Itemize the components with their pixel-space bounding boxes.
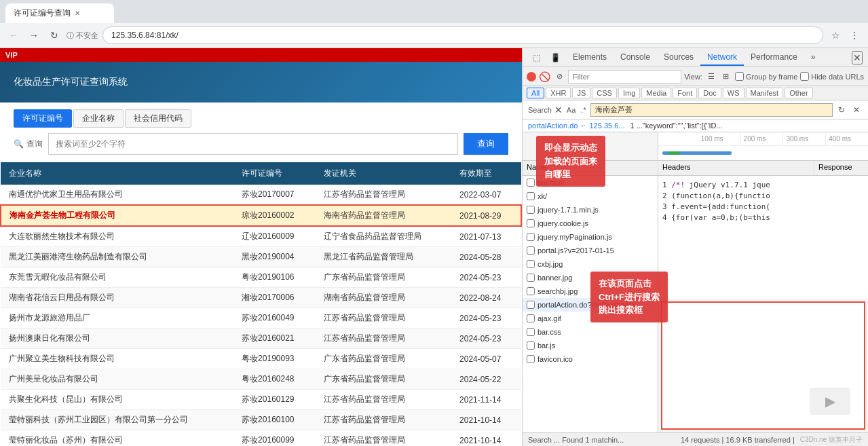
table-cell[interactable]: 广州聚立美生物科技有限公司 [1, 349, 233, 369]
table-row: 黑龙江美丽港湾生物药品制造有限公司黑妆20190004黑龙江省药品监督管理局20… [1, 247, 521, 267]
search-text-input[interactable] [590, 103, 833, 117]
tab-sources[interactable]: Sources [657, 50, 700, 66]
tab-close-btn[interactable]: ✕ [75, 10, 80, 17]
col-authority: 发证机关 [316, 162, 451, 185]
star-icon[interactable]: ☆ [827, 27, 844, 43]
reload-button[interactable]: ↻ [46, 27, 62, 43]
view-grid-btn[interactable]: ⊞ [720, 71, 732, 83]
devtools-inspect-btn[interactable]: ⬚ [528, 50, 544, 66]
group-by-frame-label[interactable]: Group by frame [735, 72, 797, 81]
filter-type-btn[interactable]: WS [723, 88, 744, 98]
col-header-headers: Headers [658, 161, 814, 175]
network-file-item[interactable]: cxbj.jpg [523, 257, 658, 271]
filter-type-btn[interactable]: All [527, 88, 544, 98]
browser-tab-active[interactable]: 许可证编号查询 ✕ [5, 3, 114, 23]
table-cell[interactable]: 扬州澳康日化有限公司 [1, 329, 233, 349]
annotation-1: 即会显示动态 加载的页面来 自哪里 [536, 136, 605, 187]
table-cell: 湘妆20170006 [233, 288, 316, 308]
table-cell[interactable]: 东莞雪无暇化妆品有限公司 [1, 267, 233, 288]
tick-100ms: 100 ms [698, 132, 740, 145]
network-file-item[interactable]: bar.js [523, 339, 658, 352]
file-checkbox[interactable] [527, 341, 535, 350]
waterfall-bars [658, 146, 868, 161]
network-file-item[interactable]: bar.css [523, 325, 658, 339]
file-checkbox[interactable] [527, 301, 535, 309]
tab-elements[interactable]: Elements [566, 50, 614, 66]
table-cell[interactable]: 广州美呈化妆品有限公司 [1, 369, 233, 390]
network-file-item[interactable]: xk/ [523, 189, 658, 203]
search-input[interactable] [48, 133, 458, 155]
file-checkbox[interactable] [527, 246, 535, 255]
network-file-item[interactable]: favicon.ico [523, 352, 658, 366]
clear-button[interactable]: 🚫 [539, 71, 550, 82]
search-case-close-btn[interactable]: ✕ [850, 104, 863, 116]
tab-more[interactable]: » [804, 50, 823, 66]
file-checkbox[interactable] [527, 233, 535, 241]
filter-type-btn[interactable]: Doc [698, 88, 721, 98]
search-close-btn[interactable]: ✕ [554, 105, 563, 115]
table-cell[interactable]: 莹特丽科技（苏州工业园区）有限公司第一分公司 [1, 410, 233, 430]
record-button[interactable] [527, 72, 536, 81]
search-bar-label: Search [528, 106, 552, 114]
file-checkbox[interactable] [527, 355, 535, 363]
file-checkbox[interactable] [527, 314, 535, 322]
network-file-item[interactable]: jquery-1.7.1.min.js [523, 203, 658, 217]
forward-button[interactable]: → [26, 27, 42, 43]
search-refresh-btn[interactable]: ↻ [835, 104, 848, 116]
hide-data-urls-checkbox[interactable] [800, 72, 809, 81]
search-tab-credit[interactable]: 社会信用代码 [125, 109, 191, 128]
devtools-content: 🚫 ⊘ View: ☰ ⊞ Group by frame Hide data U… [523, 67, 868, 446]
file-name: jquery-1.7.1.min.js [537, 206, 654, 214]
file-checkbox[interactable] [527, 260, 535, 268]
devtools-device-btn[interactable]: 📱 [547, 50, 563, 66]
file-checkbox[interactable] [527, 274, 535, 282]
table-cell[interactable]: 南通优护优家卫生用品有限公司 [1, 185, 233, 205]
filter-type-btn[interactable]: Font [673, 88, 697, 98]
tab-performance[interactable]: Performance [744, 50, 804, 66]
filter-type-btn[interactable]: Other [785, 88, 813, 98]
table-cell: 粤妆20190093 [233, 349, 316, 369]
table-cell[interactable]: 海南金芦荟生物工程有限公司 [1, 205, 233, 226]
tab-console[interactable]: Console [614, 50, 657, 66]
webpage: VIP 化妆品生产许可证查询系统 许可证编号 企业名称 社会信用代码 🔍 查询 [0, 48, 522, 446]
devtools-close-btn[interactable]: ✕ [852, 51, 863, 64]
filter-type-btn[interactable]: CSS [592, 88, 617, 98]
table-cell[interactable]: 湖南省花信云日用品有限公司 [1, 288, 233, 308]
portal-action-link[interactable]: portalAction.do ← 125.35.6... [528, 122, 624, 130]
filter-icon[interactable]: ⊘ [553, 71, 565, 83]
filter-type-btn[interactable]: JS [572, 88, 590, 98]
file-checkbox[interactable] [527, 287, 535, 295]
view-list-btn[interactable]: ☰ [705, 71, 717, 83]
filter-type-btn[interactable]: XHR [546, 88, 571, 98]
file-checkbox[interactable] [527, 206, 535, 214]
network-file-item[interactable]: portal.js?v=2017-01-15 [523, 244, 658, 257]
file-checkbox[interactable] [527, 219, 535, 227]
watermark: C3Dn.ne 脉英丰月子 [800, 435, 863, 445]
network-file-item[interactable]: jquery.myPagination.js [523, 230, 658, 244]
filter-type-btn[interactable]: Media [641, 88, 671, 98]
filter-input[interactable] [568, 70, 681, 83]
table-cell: 江苏省药品监督管理局 [316, 185, 451, 205]
table-cell[interactable]: 共聚生化科技（昆山）有限公司 [1, 390, 233, 410]
group-by-frame-checkbox[interactable] [735, 72, 744, 81]
table-cell[interactable]: 黑龙江美丽港湾生物药品制造有限公司 [1, 247, 233, 267]
table-cell[interactable]: 莹特丽化妆品（苏州）有限公司 [1, 430, 233, 447]
hide-data-urls-label[interactable]: Hide data URLs [800, 72, 864, 81]
search-button[interactable]: 查询 [464, 133, 508, 155]
filter-type-btn[interactable]: Manifest [746, 88, 784, 98]
search-tab-license[interactable]: 许可证编号 [14, 109, 72, 128]
back-button[interactable]: ← [5, 27, 22, 43]
table-row: 湖南省花信云日用品有限公司湘妆20170006湖南省药品监督管理局2022-08… [1, 288, 521, 308]
file-checkbox[interactable] [527, 179, 535, 187]
file-checkbox[interactable] [527, 192, 535, 200]
tab-network[interactable]: Network [700, 50, 744, 66]
table-cell: 2021-10-14 [451, 430, 521, 447]
filter-type-btn[interactable]: Img [618, 88, 640, 98]
address-bar[interactable] [102, 26, 823, 44]
table-cell[interactable]: 大连歌丽然生物技术有限公司 [1, 226, 233, 247]
table-cell[interactable]: 扬州市龙源旅游用品厂 [1, 308, 233, 329]
file-checkbox[interactable] [527, 328, 535, 336]
menu-icon[interactable]: ⋮ [846, 27, 863, 43]
network-file-item[interactable]: jquery.cookie.js [523, 217, 658, 230]
search-tab-company[interactable]: 企业名称 [73, 109, 124, 128]
